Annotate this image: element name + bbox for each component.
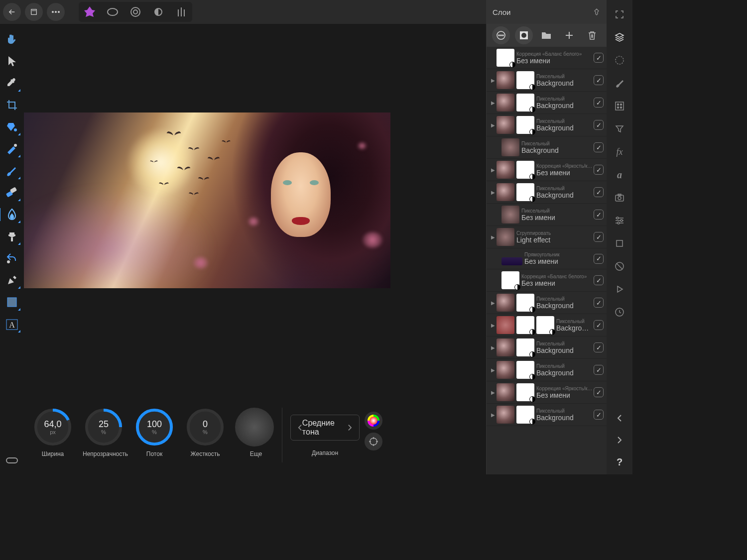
- move-tool[interactable]: [3, 53, 20, 70]
- view-tool[interactable]: [3, 451, 20, 468]
- hand-tool[interactable]: [3, 31, 20, 48]
- add-group-button[interactable]: [537, 26, 555, 44]
- filter-studio-icon[interactable]: [612, 121, 627, 136]
- layer-row[interactable]: ПиксельныйБез имени✓: [487, 204, 607, 226]
- more-dial[interactable]: Еще: [235, 408, 277, 457]
- visibility-checkbox[interactable]: ✓: [594, 53, 604, 63]
- layers-toolbar: [487, 24, 607, 47]
- erase-tool[interactable]: [3, 184, 20, 201]
- layer-row[interactable]: ▶ПиксельныйBackground✓: [487, 181, 607, 204]
- layer-row[interactable]: ▶СгруппироватьLight effect✓: [487, 226, 607, 248]
- clock-studio-icon[interactable]: [612, 305, 627, 320]
- left-toolbar: A: [0, 24, 24, 474]
- layer-row[interactable]: ▶ПиксельныйBackground✓: [487, 114, 607, 136]
- visibility-checkbox[interactable]: ✓: [594, 320, 604, 330]
- paint-brush-tool[interactable]: [3, 162, 20, 179]
- develop-persona[interactable]: [127, 4, 143, 20]
- width-dial[interactable]: 64,0px Ширина: [32, 408, 74, 457]
- adjustments-studio-icon[interactable]: [612, 213, 627, 228]
- svg-point-45: [621, 220, 622, 222]
- visibility-checkbox[interactable]: ✓: [594, 210, 604, 220]
- layer-row[interactable]: ▶ПиксельныйBackground✓: [487, 69, 607, 92]
- document-button[interactable]: [25, 3, 43, 21]
- visibility-checkbox[interactable]: ✓: [594, 165, 604, 175]
- swatches-studio-icon[interactable]: [612, 99, 627, 113]
- width-label: Ширина: [32, 450, 74, 457]
- layer-row[interactable]: ▶ПиксельныйBackground✓: [487, 336, 607, 359]
- more-button[interactable]: [47, 3, 65, 21]
- color-wheel-button[interactable]: [365, 412, 382, 430]
- layer-row[interactable]: ▶Коррекция «Яркость/к…Без имени✓: [487, 381, 607, 404]
- pen-tool[interactable]: [3, 272, 20, 289]
- visibility-checkbox[interactable]: ✓: [594, 98, 604, 108]
- layer-options-button[interactable]: [492, 26, 510, 44]
- pin-icon[interactable]: [593, 8, 601, 16]
- layers-list[interactable]: Коррекция «Баланс белого»Без имени✓▶Пикс…: [487, 47, 607, 474]
- range-selector[interactable]: Средние тона: [290, 415, 360, 441]
- text-tool[interactable]: A: [3, 316, 20, 333]
- visibility-checkbox[interactable]: ✓: [594, 387, 604, 397]
- visibility-checkbox[interactable]: ✓: [594, 365, 604, 375]
- flow-dial[interactable]: 100% Поток: [133, 408, 175, 457]
- liquify-persona[interactable]: [105, 4, 121, 20]
- visibility-checkbox[interactable]: ✓: [594, 120, 604, 130]
- back-button[interactable]: [3, 3, 21, 21]
- layer-row[interactable]: ▶ПиксельныйBackground✓: [487, 92, 607, 114]
- undo-icon[interactable]: [612, 411, 627, 426]
- visibility-checkbox[interactable]: ✓: [594, 75, 604, 85]
- layer-row[interactable]: ▶Коррекция «Яркость/к…Без имени✓: [487, 159, 607, 181]
- visibility-checkbox[interactable]: ✓: [594, 254, 604, 264]
- photo-persona[interactable]: [82, 4, 98, 20]
- text-studio-icon[interactable]: a: [612, 167, 627, 182]
- visibility-checkbox[interactable]: ✓: [594, 342, 604, 352]
- layer-row[interactable]: Коррекция «Баланс белого»Без имени✓: [487, 47, 607, 69]
- opacity-dial[interactable]: 25% Непрозрачность: [83, 408, 124, 457]
- visibility-checkbox[interactable]: ✓: [594, 298, 604, 308]
- stock-studio-icon[interactable]: [612, 190, 627, 205]
- flow-label: Поток: [133, 450, 175, 457]
- canvas[interactable]: [24, 112, 390, 288]
- history-studio-icon[interactable]: [612, 53, 627, 68]
- navigator-studio-icon[interactable]: [612, 259, 627, 274]
- svg-point-6: [58, 11, 60, 13]
- add-mask-button[interactable]: [515, 26, 533, 44]
- transform-studio-icon[interactable]: [612, 236, 627, 251]
- tone-map-persona[interactable]: [150, 4, 166, 20]
- shape-tool[interactable]: [3, 294, 20, 311]
- hardness-dial[interactable]: 0% Жесткость: [184, 408, 226, 457]
- dodge-burn-tool[interactable]: [3, 206, 20, 223]
- flood-fill-tool[interactable]: [3, 118, 20, 135]
- help-icon[interactable]: ?: [612, 454, 627, 469]
- brushes-studio-icon[interactable]: [612, 76, 627, 91]
- visibility-checkbox[interactable]: ✓: [594, 187, 604, 197]
- layer-row[interactable]: ▶ПиксельныйBackground✓: [487, 359, 607, 381]
- fullscreen-icon[interactable]: [612, 7, 627, 22]
- add-layer-button[interactable]: [560, 26, 578, 44]
- undo-brush-tool[interactable]: [3, 250, 20, 267]
- fx-studio-icon[interactable]: fx: [612, 144, 627, 159]
- svg-rect-18: [6, 458, 17, 463]
- visibility-checkbox[interactable]: ✓: [594, 410, 604, 420]
- macro-studio-icon[interactable]: [612, 282, 627, 297]
- layer-row[interactable]: ▶ПиксельныйBackground✓: [487, 292, 607, 314]
- layer-row[interactable]: ПиксельныйBackground✓: [487, 136, 607, 159]
- layers-studio-icon[interactable]: [612, 30, 627, 45]
- visibility-checkbox[interactable]: ✓: [594, 275, 604, 285]
- color-picker-tool[interactable]: [3, 75, 20, 92]
- svg-point-28: [370, 438, 377, 445]
- layer-row[interactable]: ▶ПиксельныйBackground✓: [487, 404, 607, 426]
- layer-row[interactable]: ▶ПиксельныйBackgro…✓: [487, 314, 607, 336]
- layer-row[interactable]: ПрямоугольникБез имени✓: [487, 248, 607, 269]
- visibility-checkbox[interactable]: ✓: [594, 142, 604, 152]
- clone-tool[interactable]: [3, 228, 20, 245]
- healing-brush-tool[interactable]: [3, 140, 20, 157]
- visibility-checkbox[interactable]: ✓: [594, 232, 604, 242]
- export-persona[interactable]: [173, 4, 189, 20]
- redo-icon[interactable]: [612, 433, 627, 448]
- target-button[interactable]: [365, 433, 382, 450]
- svg-point-14: [7, 260, 10, 263]
- delete-layer-button[interactable]: [583, 26, 601, 44]
- opacity-label: Непрозрачность: [83, 450, 124, 457]
- layer-row[interactable]: Коррекция «Баланс белого»Без имени✓: [487, 269, 607, 292]
- crop-tool[interactable]: [3, 97, 20, 113]
